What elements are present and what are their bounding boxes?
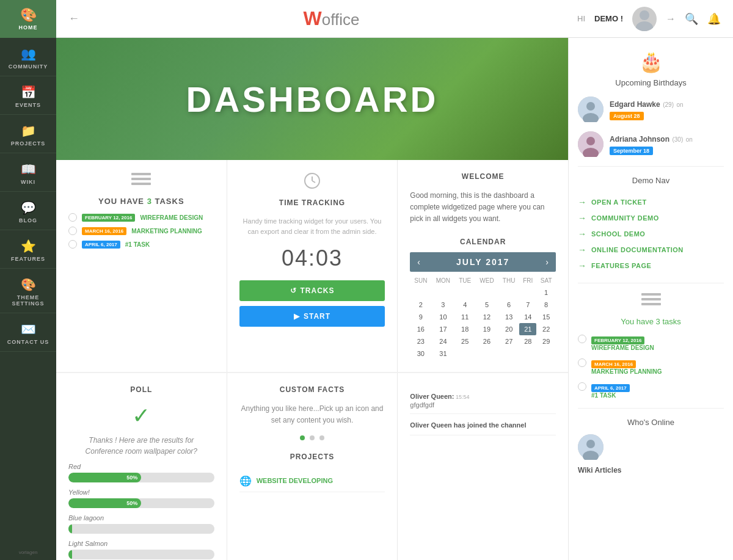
nav-link-item[interactable]: →OPEN A TICKET <box>578 194 724 210</box>
cal-next[interactable]: › <box>545 257 549 267</box>
dot-1[interactable] <box>300 435 305 440</box>
right-task-radio-1[interactable] <box>578 335 586 343</box>
bell-icon[interactable]: 🔔 <box>707 12 721 26</box>
task-radio-2[interactable] <box>68 227 77 235</box>
cal-day[interactable]: 26 <box>475 335 498 347</box>
cal-day[interactable] <box>410 286 431 299</box>
cal-day[interactable]: 12 <box>475 311 498 323</box>
nav-arrow-icon: → <box>578 229 586 239</box>
start-button[interactable]: ▶ START <box>239 306 385 327</box>
cal-day[interactable] <box>454 286 475 299</box>
cal-day[interactable]: 21 <box>519 323 536 335</box>
cal-day[interactable] <box>536 347 556 360</box>
cal-day[interactable]: 23 <box>410 335 431 347</box>
sidebar: 🎨 HOME 👥 COMMUNITY 📅 EVENTS 📁 PROJECTS 📖… <box>0 0 56 560</box>
cal-day[interactable] <box>431 286 454 299</box>
projects-title: PROJECTS <box>239 453 385 461</box>
tracks-button[interactable]: ↺ TRACKS <box>239 280 385 301</box>
back-button[interactable]: ← <box>68 12 79 25</box>
cal-day[interactable]: 19 <box>475 323 498 335</box>
cal-day[interactable] <box>519 347 536 360</box>
calendar: ‹ JULY 2017 › SUN MON TUE WED <box>410 252 556 360</box>
sidebar-item-theme-settings[interactable]: 🎨 THEME SETTINGS <box>0 269 56 313</box>
sidebar-item-community[interactable]: 👥 COMMUNITY <box>0 38 56 76</box>
cal-day[interactable]: 3 <box>431 299 454 311</box>
divider-3 <box>578 408 724 409</box>
task-badge-3: APRIL 6, 2017 <box>82 241 120 249</box>
cal-day[interactable]: 17 <box>431 323 454 335</box>
cal-day[interactable]: 5 <box>475 299 498 311</box>
cal-day[interactable] <box>498 347 519 360</box>
cal-day[interactable]: 25 <box>454 335 475 347</box>
cal-day[interactable]: 20 <box>498 323 519 335</box>
cal-day[interactable] <box>475 286 498 299</box>
cal-day[interactable]: 9 <box>410 311 431 323</box>
svg-rect-2 <box>131 173 151 175</box>
cal-day[interactable]: 8 <box>536 299 556 311</box>
poll-widget: POLL ✓ Thanks ! Here are the results for… <box>56 373 227 560</box>
sidebar-item-blog[interactable]: 💬 BLOG <box>0 192 56 230</box>
right-task-radio-3[interactable] <box>578 382 586 391</box>
cal-day[interactable]: 30 <box>410 347 431 360</box>
nav-link-item[interactable]: →COMMUNITY DEMO <box>578 210 724 226</box>
cal-day[interactable]: 27 <box>498 335 519 347</box>
nav-link-item[interactable]: →FEATURES PAGE <box>578 258 724 274</box>
project-item-1[interactable]: 🌐 WEBSITE DEVELOPING <box>239 470 385 492</box>
birthday-avatar-2 <box>578 131 604 157</box>
birthday-name-2: Adriana Johnson (30) on <box>610 133 693 144</box>
svg-line-7 <box>312 181 315 183</box>
nav-link-text: FEATURES PAGE <box>591 262 651 269</box>
cal-day[interactable]: 28 <box>519 335 536 347</box>
cal-day[interactable] <box>519 286 536 299</box>
cal-day[interactable] <box>498 286 519 299</box>
cal-day[interactable]: 31 <box>431 347 454 360</box>
sidebar-item-events[interactable]: 📅 EVENTS <box>0 76 56 115</box>
cal-day[interactable]: 7 <box>519 299 536 311</box>
task-radio-3[interactable] <box>68 240 77 249</box>
cal-day[interactable]: 29 <box>536 335 556 347</box>
poll-bar <box>68 550 72 559</box>
cal-prev[interactable]: ‹ <box>417 257 420 267</box>
nav-link-text: SCHOOL DEMO <box>591 230 645 238</box>
contact-icon: ✉️ <box>21 322 36 336</box>
cal-day[interactable]: 10 <box>431 311 454 323</box>
wiki-icon: 📖 <box>21 162 36 176</box>
sidebar-item-wiki[interactable]: 📖 WIKI <box>0 153 56 192</box>
cal-day[interactable]: 4 <box>454 299 475 311</box>
forward-button[interactable]: → <box>666 13 676 24</box>
sidebar-footer: vorlagen <box>19 545 38 560</box>
search-icon[interactable]: 🔍 <box>685 12 698 26</box>
sidebar-item-contact-us[interactable]: ✉️ CONTACT US <box>0 313 56 352</box>
logo-text: office <box>322 10 360 29</box>
cal-day[interactable]: 22 <box>536 323 556 335</box>
cal-day[interactable]: 24 <box>431 335 454 347</box>
cal-day[interactable]: 16 <box>410 323 431 335</box>
task-radio-1[interactable] <box>68 213 77 222</box>
cal-day[interactable] <box>475 347 498 360</box>
sidebar-item-features[interactable]: ⭐ FEATURES <box>0 230 56 269</box>
hi-text: HI <box>577 14 585 23</box>
nav-arrow-icon: → <box>578 197 586 207</box>
cal-day[interactable]: 6 <box>498 299 519 311</box>
cal-day[interactable]: 15 <box>536 311 556 323</box>
tracks-icon: ↺ <box>290 286 297 295</box>
dashboard-banner: DASHBOARD <box>56 38 568 160</box>
cal-day[interactable]: 11 <box>454 311 475 323</box>
user-avatar[interactable] <box>632 7 657 31</box>
cal-day[interactable]: 14 <box>519 311 536 323</box>
cal-day[interactable]: 1 <box>536 286 556 299</box>
nav-link-item[interactable]: →SCHOOL DEMO <box>578 226 724 242</box>
cal-day[interactable] <box>454 347 475 360</box>
cal-day[interactable]: 2 <box>410 299 431 311</box>
nav-link-item[interactable]: →ONLINE DOCUMENTATION <box>578 242 724 258</box>
cal-day[interactable]: 13 <box>498 311 519 323</box>
logo: Woffice <box>86 7 577 30</box>
svg-rect-14 <box>641 293 661 296</box>
sidebar-item-projects[interactable]: 📁 PROJECTS <box>0 115 56 153</box>
right-task-radio-2[interactable] <box>578 358 586 367</box>
cal-day[interactable]: 18 <box>454 323 475 335</box>
sidebar-logo[interactable]: 🎨 HOME <box>0 0 56 38</box>
svg-rect-3 <box>131 178 151 180</box>
dot-2[interactable] <box>310 435 315 440</box>
dot-3[interactable] <box>319 435 324 440</box>
